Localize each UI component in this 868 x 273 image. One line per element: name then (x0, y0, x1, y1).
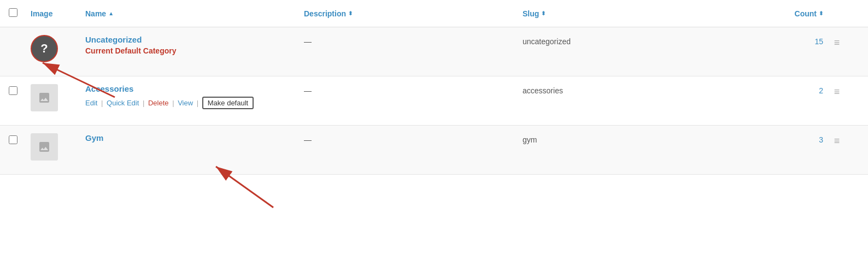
row-action-links: Edit | Quick Edit | Delete | View | Make… (85, 97, 304, 109)
row-menu-icon[interactable]: ≡ (834, 86, 840, 98)
row-slug-uncategorized: uncategorized (523, 35, 714, 46)
description-sort-icon[interactable]: ⬍ (348, 11, 353, 16)
count-header-label: Count ⬍ (714, 9, 823, 18)
table-row: Accessories Edit | Quick Edit | Delete |… (0, 76, 868, 126)
count-sort-icon[interactable]: ⬍ (819, 11, 823, 16)
row-menu-icon[interactable]: ≡ (834, 135, 840, 147)
header-count-col[interactable]: Count ⬍ (714, 9, 823, 18)
name-header-label: Name ▲ (85, 9, 304, 18)
row-description-uncategorized: — (304, 35, 523, 46)
row-image-uncategorized: ? (31, 35, 85, 62)
header-slug-col[interactable]: Slug ⬍ (523, 9, 714, 18)
edit-link[interactable]: Edit (85, 99, 97, 107)
row-slug-gym: gym (523, 133, 714, 144)
row-image-accessories (31, 84, 85, 111)
image-thumbnail (31, 133, 58, 161)
row-checkbox-accessories[interactable] (9, 84, 31, 97)
slug-header-label: Slug ⬍ (523, 9, 714, 18)
row-description-accessories: — (304, 84, 523, 95)
table-row: Gym — gym 3 ≡ (0, 126, 868, 175)
header-name-col[interactable]: Name ▲ (85, 9, 304, 18)
description-header-label: Description ⬍ (304, 9, 523, 18)
image-thumbnail (31, 84, 58, 111)
category-name-label: Gym (85, 133, 103, 143)
row-name-accessories: Accessories Edit | Quick Edit | Delete |… (85, 84, 304, 109)
view-link[interactable]: View (178, 99, 193, 107)
header-description-col[interactable]: Description ⬍ (304, 9, 523, 18)
name-sort-icon[interactable]: ▲ (108, 11, 114, 16)
row-name-uncategorized: Uncategorized Current Default Category (85, 35, 304, 55)
quick-edit-link[interactable]: Quick Edit (107, 99, 139, 107)
gym-checkbox[interactable] (9, 135, 17, 144)
row-checkbox-uncategorized (9, 35, 31, 37)
row-checkbox-gym[interactable] (9, 133, 31, 146)
header-image-col: Image (31, 9, 85, 18)
image-header-label: Image (31, 9, 85, 18)
default-category-annotation: Current Default Category (85, 46, 304, 55)
row-count-uncategorized: 15 (714, 35, 823, 46)
category-name-label: Accessories (85, 84, 133, 93)
row-menu-icon[interactable]: ≡ (834, 37, 840, 49)
category-name-label: Uncategorized (85, 35, 142, 44)
row-slug-accessories: accessories (523, 84, 714, 95)
row-menu-accessories[interactable]: ≡ (823, 84, 851, 98)
delete-link[interactable]: Delete (148, 99, 169, 107)
row-count-accessories: 2 (714, 84, 823, 95)
question-icon: ? (31, 35, 58, 62)
select-all-checkbox[interactable] (9, 8, 17, 17)
accessories-checkbox[interactable] (9, 86, 17, 95)
row-count-gym: 3 (714, 133, 823, 144)
table-row: ? Uncategorized Current Default Category… (0, 27, 868, 76)
categories-table: Image Name ▲ Description ⬍ Slug ⬍ Count … (0, 0, 868, 273)
row-image-gym (31, 133, 85, 161)
row-menu-uncategorized[interactable]: ≡ (823, 35, 851, 49)
table-header: Image Name ▲ Description ⬍ Slug ⬍ Count … (0, 0, 868, 27)
make-default-button[interactable]: Make default (202, 97, 254, 109)
row-description-gym: — (304, 133, 523, 144)
header-checkbox-col (9, 8, 31, 19)
row-name-gym: Gym (85, 133, 304, 143)
row-menu-gym[interactable]: ≡ (823, 133, 851, 147)
slug-sort-icon[interactable]: ⬍ (541, 11, 546, 16)
